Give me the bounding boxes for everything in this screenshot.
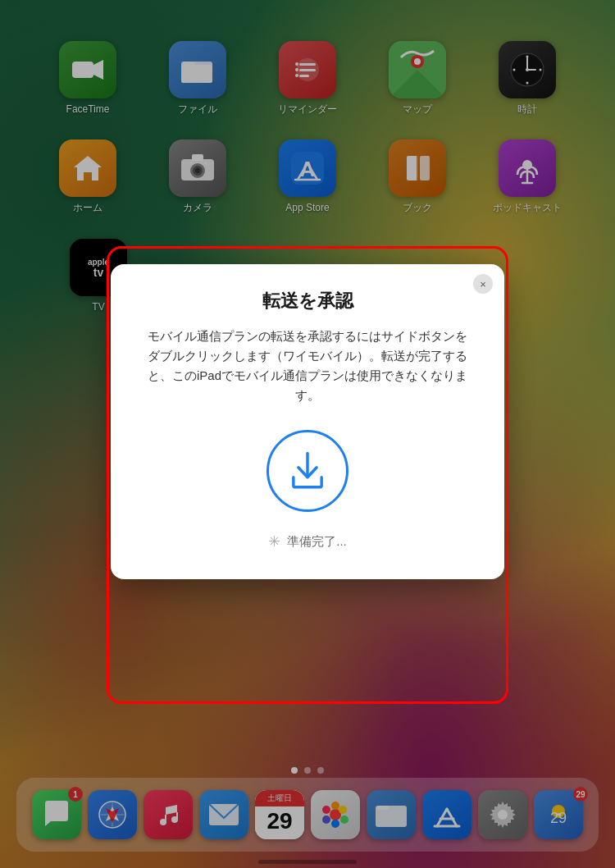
modal-body: モバイル通信プランの転送を承認するにはサイドボタンをダブルクリックします（ワイモ… bbox=[144, 327, 472, 405]
modal-title: 転送を承認 bbox=[144, 289, 472, 313]
spinner-icon: ✳ bbox=[268, 532, 280, 550]
modal-overlay: × 転送を承認 モバイル通信プランの転送を承認するにはサイドボタンをダブルクリッ… bbox=[0, 0, 615, 868]
modal-close-button[interactable]: × bbox=[473, 274, 493, 294]
loading-indicator: ✳ 準備完了... bbox=[144, 532, 472, 550]
modal-dialog: × 転送を承認 モバイル通信プランの転送を承認するにはサイドボタンをダブルクリッ… bbox=[111, 264, 504, 579]
loading-text: 準備完了... bbox=[287, 534, 347, 550]
transfer-icon bbox=[266, 430, 348, 512]
